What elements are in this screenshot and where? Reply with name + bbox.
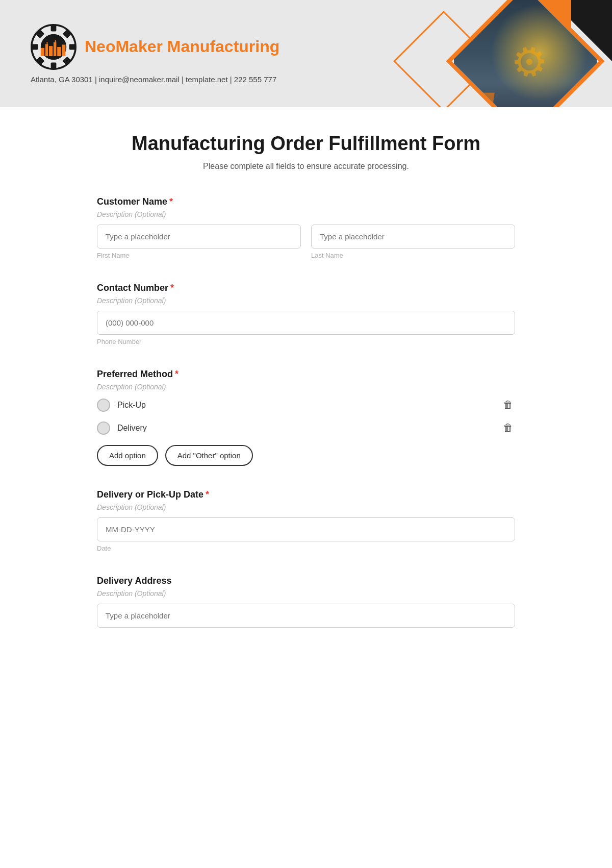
delivery-address-description: Description (Optional) (97, 589, 515, 598)
company-name-block: NeoMaker Manufacturing (85, 37, 279, 56)
customer-name-field: Customer Name* Description (Optional) Fi… (97, 196, 515, 259)
contact-number-field: Contact Number* Description (Optional) P… (97, 283, 515, 345)
first-name-input[interactable] (97, 225, 301, 249)
last-name-input[interactable] (311, 225, 515, 249)
svg-rect-4 (69, 44, 76, 49)
date-sub-label: Date (97, 544, 515, 552)
logo-area: NeoMaker Manufacturing (31, 24, 279, 70)
preferred-method-description: Description (Optional) (97, 383, 515, 391)
delivery-radio[interactable] (97, 421, 110, 435)
form-container: Manufacturing Order Fulfillment Form Ple… (76, 107, 536, 692)
svg-rect-15 (62, 44, 65, 56)
svg-rect-11 (45, 44, 48, 56)
contact-description: Description (Optional) (97, 296, 515, 305)
phone-input[interactable] (97, 311, 515, 335)
pickup-delete-icon[interactable]: 🗑 (501, 397, 515, 413)
add-option-button[interactable]: Add option (97, 445, 158, 466)
delivery-option: Delivery 🗑 (97, 420, 515, 436)
header-left: NeoMaker Manufacturing Atlanta, GA 30301… (31, 24, 279, 84)
delivery-label: Delivery (117, 424, 147, 433)
date-input[interactable] (97, 517, 515, 541)
customer-name-label: Customer Name* (97, 196, 515, 207)
header-decor (398, 0, 612, 107)
delivery-address-input[interactable] (97, 604, 515, 628)
preferred-method-field: Preferred Method* Description (Optional)… (97, 369, 515, 466)
svg-rect-10 (41, 47, 44, 56)
svg-rect-7 (36, 56, 45, 65)
add-option-row: Add option Add "Other" option (97, 445, 515, 466)
svg-rect-2 (51, 62, 57, 69)
first-name-col: First Name (97, 225, 301, 259)
svg-rect-12 (49, 46, 53, 56)
form-subtitle: Please complete all fields to ensure acc… (97, 162, 515, 171)
company-name: NeoMaker Manufacturing (85, 37, 279, 56)
svg-rect-1 (51, 24, 57, 31)
delivery-address-label: Delivery Address (97, 576, 515, 586)
svg-rect-8 (63, 56, 71, 65)
header: NeoMaker Manufacturing Atlanta, GA 30301… (0, 0, 612, 107)
pickup-option: Pick-Up 🗑 (97, 397, 515, 413)
svg-rect-17 (55, 40, 56, 42)
required-star-contact: * (170, 283, 174, 293)
add-other-option-button[interactable]: Add "Other" option (165, 445, 253, 466)
delivery-date-description: Description (Optional) (97, 503, 515, 511)
contact-number-label: Contact Number* (97, 283, 515, 293)
required-star-date: * (206, 489, 209, 500)
phone-sub-label: Phone Number (97, 338, 515, 345)
svg-rect-16 (47, 42, 48, 44)
customer-name-description: Description (Optional) (97, 210, 515, 218)
svg-rect-13 (54, 42, 56, 56)
first-name-label: First Name (97, 252, 301, 259)
pickup-radio[interactable] (97, 399, 110, 412)
pickup-label: Pick-Up (117, 401, 146, 410)
svg-rect-3 (32, 44, 38, 49)
delivery-date-field: Delivery or Pick-Up Date* Description (O… (97, 489, 515, 552)
last-name-label: Last Name (311, 252, 515, 259)
svg-rect-14 (57, 47, 61, 56)
delivery-date-label: Delivery or Pick-Up Date* (97, 489, 515, 500)
company-address: Atlanta, GA 30301 | inquire@neomaker.mai… (31, 75, 279, 84)
form-title: Manufacturing Order Fulfillment Form (97, 133, 515, 155)
preferred-method-label: Preferred Method* (97, 369, 515, 380)
customer-name-inputs: First Name Last Name (97, 225, 515, 259)
required-star: * (169, 196, 173, 207)
company-logo-icon (31, 24, 76, 70)
delivery-delete-icon[interactable]: 🗑 (501, 420, 515, 436)
delivery-address-field: Delivery Address Description (Optional) (97, 576, 515, 628)
last-name-col: Last Name (311, 225, 515, 259)
required-star-method: * (175, 369, 178, 379)
